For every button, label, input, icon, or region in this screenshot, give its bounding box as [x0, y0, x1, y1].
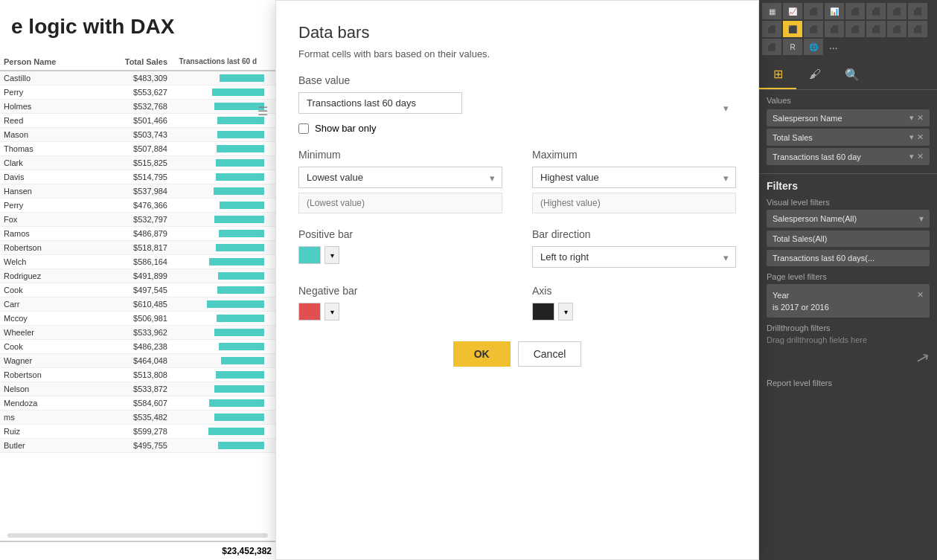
negative-bar-dropdown-btn[interactable]: ▾	[324, 303, 339, 321]
viz-icon-globe[interactable]: 🌐	[804, 39, 823, 55]
axis-block: Axis ▾	[532, 285, 736, 326]
max-dropdown[interactable]: Highest value	[532, 167, 736, 188]
min-dropdown[interactable]: Lowest value	[298, 167, 502, 188]
row-transactions	[167, 286, 264, 294]
bar-wrap	[216, 159, 264, 167]
row-name: Nelson	[4, 384, 93, 393]
filter-chip-salesperson[interactable]: Salesperson Name(All) ▾	[767, 210, 930, 228]
menu-icon[interactable]: ☰	[258, 104, 268, 118]
row-transactions	[167, 329, 264, 336]
viz-icon-table[interactable]: ⬛	[908, 3, 927, 19]
bar-wrap	[212, 88, 264, 96]
field-dropdown-icon[interactable]: ▾	[909, 152, 914, 161]
row-transactions	[167, 131, 264, 138]
row-name: Castillo	[4, 74, 93, 83]
horizontal-scrollbar[interactable]	[7, 533, 268, 538]
bar-direction-dropdown-wrap[interactable]: Left to right	[532, 246, 736, 268]
base-value-input[interactable]	[298, 92, 462, 114]
axis-dropdown-btn[interactable]: ▾	[558, 303, 573, 321]
axis-swatch[interactable]	[532, 303, 554, 321]
minimum-label: Minimum	[298, 149, 502, 161]
base-value-dropdown-wrap[interactable]	[298, 92, 736, 123]
filter-chip-arrow[interactable]: ▾	[919, 213, 924, 224]
positive-bar-swatch[interactable]	[298, 246, 321, 264]
viz-icon-decomp[interactable]: ⬛	[762, 39, 781, 55]
viz-icon-area[interactable]: ⬛	[804, 3, 823, 19]
negative-bar-swatch[interactable]	[298, 303, 321, 321]
viz-more-dots[interactable]: ···	[825, 39, 842, 57]
max-value-input[interactable]	[532, 193, 736, 213]
positive-bar-block: Positive bar ▾	[298, 228, 502, 270]
row-sales: $532,797	[93, 215, 167, 224]
page-filter-close[interactable]: ✕	[917, 290, 924, 300]
row-name: Perry	[4, 201, 93, 210]
table-row: Robertson $518,817	[0, 241, 275, 255]
viz-icon-card[interactable]: ⬛	[783, 21, 802, 37]
pane-tab-fields[interactable]: ⊞	[759, 59, 796, 89]
viz-toolbar: ▦ 📈 ⬛ 📊 ⬛ ⬛ ⬛ ⬛ ⬛ ⬛ ⬛ ⬛ ⬛ ⬛ ⬛ ⬛ ⬛ R 🌐 ··…	[759, 0, 937, 59]
bar-wrap	[214, 187, 264, 195]
field-close-icon[interactable]: ✕	[917, 152, 924, 161]
min-dropdown-wrap[interactable]: Lowest value	[298, 167, 502, 188]
max-dropdown-wrap[interactable]: Highest value	[532, 167, 736, 188]
min-value-input[interactable]	[298, 193, 502, 213]
filters-title: Filters	[767, 180, 930, 192]
bar-wrap	[217, 131, 264, 138]
row-name: ms	[4, 413, 93, 422]
row-sales: $533,872	[93, 384, 167, 393]
pane-tab-analytics[interactable]: 🔍	[834, 59, 871, 89]
show-bar-only-checkbox[interactable]	[298, 123, 309, 134]
bar-direction-dropdown[interactable]: Left to right	[532, 246, 736, 268]
viz-icon-funnel[interactable]: ⬛	[866, 21, 886, 37]
viz-icon-matrix[interactable]: ⬛	[762, 21, 781, 37]
viz-icon-gauge[interactable]: ⬛	[825, 21, 844, 37]
viz-icon-ribbon[interactable]: ⬛	[887, 21, 906, 37]
viz-icon-line[interactable]: 📈	[783, 3, 802, 19]
values-label: Values	[767, 96, 930, 105]
viz-icon-kpi[interactable]: ⬛	[804, 21, 823, 37]
row-transactions	[167, 117, 264, 124]
field-close-icon[interactable]: ✕	[917, 113, 924, 123]
viz-icon-scatter[interactable]: ⬛	[845, 3, 865, 19]
row-transactions	[167, 103, 264, 110]
field-chip-salesperson[interactable]: Salesperson Name ▾ ✕	[767, 109, 930, 126]
transaction-bar	[214, 413, 264, 421]
viz-icon-bar[interactable]: ▦	[762, 3, 781, 19]
transaction-bar	[220, 74, 264, 82]
positive-bar-dropdown-btn[interactable]: ▾	[324, 246, 339, 264]
viz-icon-pie[interactable]: ⬛	[866, 3, 886, 19]
row-transactions	[167, 74, 264, 82]
pane-tab-format[interactable]: 🖌	[796, 59, 834, 89]
viz-icon-waterfall[interactable]: ⬛	[845, 21, 865, 37]
bar-wrap	[216, 173, 264, 181]
cancel-button[interactable]: Cancel	[518, 341, 582, 367]
field-chip-transactions[interactable]: Transactions last 60 day ▾ ✕	[767, 148, 930, 165]
viz-icon-map[interactable]: ⬛	[887, 3, 906, 19]
filter-chip-transactions[interactable]: Transactions last 60 days(...	[767, 250, 930, 266]
viz-icon-column[interactable]: 📊	[825, 3, 844, 19]
ok-button[interactable]: OK	[453, 341, 511, 367]
row-name: Fox	[4, 215, 93, 224]
transaction-bar	[214, 216, 264, 223]
row-transactions	[167, 230, 264, 237]
bar-wrap	[219, 230, 264, 237]
field-chip-sales[interactable]: Total Sales ▾ ✕	[767, 129, 930, 146]
transaction-bar	[214, 103, 264, 110]
row-name: Cook	[4, 342, 93, 351]
row-sales: $535,482	[93, 413, 167, 422]
filter-chip-sales[interactable]: Total Sales(All)	[767, 231, 930, 247]
table-row: Robertson $513,808	[0, 368, 275, 382]
bar-wrap	[217, 315, 264, 322]
negative-axis-row: Negative bar ▾ Theme colors	[298, 285, 736, 326]
viz-icon-treemap[interactable]: ⬛	[908, 21, 927, 37]
field-dropdown-icon[interactable]: ▾	[909, 132, 914, 142]
show-bar-only-row: Show bar only	[298, 123, 736, 134]
bar-wrap	[209, 258, 264, 265]
table-row: Reed $501,466	[0, 114, 275, 128]
row-transactions	[167, 145, 264, 152]
field-close-icon[interactable]: ✕	[917, 132, 924, 142]
field-dropdown-icon[interactable]: ▾	[909, 113, 914, 123]
data-bars-modal: Data bars Format cells with bars based o…	[275, 0, 759, 560]
viz-icon-r[interactable]: R	[783, 39, 802, 55]
table-row: Wagner $464,048	[0, 354, 275, 368]
